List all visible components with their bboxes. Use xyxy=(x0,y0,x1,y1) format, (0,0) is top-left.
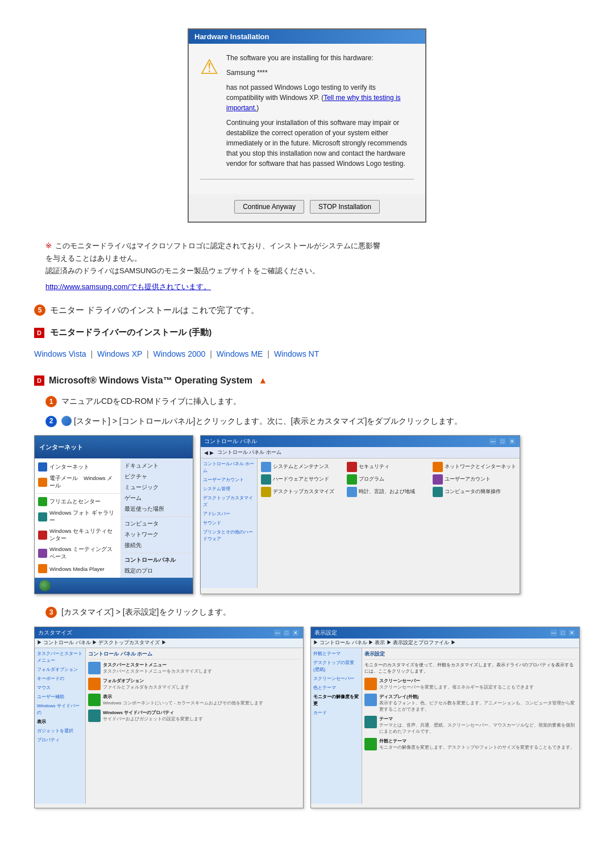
s3-left-titlebar: カスタマイズ — □ ✕ xyxy=(35,627,303,639)
sm-right-music: ミュージック xyxy=(122,482,192,493)
sm-right-divider1 xyxy=(122,516,192,517)
cp-system: システムとメンテナンス xyxy=(261,462,345,472)
s3-close[interactable]: ✕ xyxy=(292,629,300,637)
s3-sidebar-sidebar[interactable]: Windows サイドバーの xyxy=(37,703,83,716)
ctrlpanel-sidebar-addr[interactable]: アドレスバー xyxy=(203,511,255,518)
step3: 3 [カスタマイズ] > [表示設定]をクリックします。 xyxy=(45,606,580,618)
maximize-button[interactable]: □ xyxy=(499,437,507,445)
dialog-warning3: Continuing your installation of this sof… xyxy=(226,118,414,169)
controlpanel-screenshot: コントロール パネル — □ ✕ ◀ ▶ コントロール パネル ホーム コントロ… xyxy=(200,435,520,594)
s3-item-folder: フォルダオプション ファイルとフォルダをカスタマイズします xyxy=(88,678,301,690)
sm-right-games: ゲーム xyxy=(122,493,192,504)
nav-2000[interactable]: Windows 2000 xyxy=(154,349,206,358)
nav-nt[interactable]: Windows NT xyxy=(274,349,319,358)
s3-sidebar-keyboard[interactable]: キーボードの xyxy=(37,675,83,682)
sm-right-control[interactable]: コントロールパネル xyxy=(122,555,192,566)
s3r-sidebar-resolution[interactable]: モニターの解像度を変更 xyxy=(313,694,359,707)
sm-item-security: Windows セキュリティセンター xyxy=(36,526,119,544)
notice-section: ※このモニタードライバはマイクロソフトロゴに認定されており、インストールがシステ… xyxy=(34,240,580,293)
ctrlpanel-sidebar-desktop[interactable]: デスクトップカスタマイズ xyxy=(203,495,255,508)
cp-icon-access xyxy=(433,487,443,497)
s3-right-sidebar: 外観とテーマ デスクトップの背景 (壁紙) スクリーンセーバー 色とテーマ モニ… xyxy=(311,648,362,804)
s3r-sidebar-color[interactable]: 色とテーマ xyxy=(313,685,359,691)
warning-icon: ⚠ xyxy=(200,55,218,173)
step2-screenshots: インターネット インターネット 電子メール Windows メール フリエムとセ… xyxy=(34,435,580,594)
s3r-icon-desksettings xyxy=(364,694,377,706)
continue-anyway-button[interactable]: Continue Anyway xyxy=(234,200,304,214)
samsung-link[interactable]: http://www.samsung.com/でも提供されています。 xyxy=(45,281,580,293)
s3-left-titlebar-buttons: — □ ✕ xyxy=(273,629,300,637)
s3r-item-screensaver: スクリーンセーバー スクリーンセーバーを変更します。省エネルギーを設定することも… xyxy=(364,678,577,690)
windows-orb-icon xyxy=(61,416,72,426)
s3-maximize[interactable]: □ xyxy=(283,629,291,637)
sm-right-computer: コンピュータ xyxy=(122,519,192,529)
cp-icon-programs xyxy=(347,474,357,485)
s3-sidebar-properties[interactable]: プロパティ xyxy=(37,737,83,744)
s3-left-toolbar: ▶ コントロール パネル ▶ デスクトップカスタマイズ ▶ xyxy=(35,639,303,648)
sep1: | xyxy=(90,349,95,358)
stop-installation-button[interactable]: STOP Installation xyxy=(310,200,380,214)
sm-item-spaces: Windows ミーティングスペース xyxy=(36,544,119,562)
ctrlpanel-sidebar-user[interactable]: ユーザーアカウント xyxy=(203,477,255,483)
sm-item-photo: Windows フォト ギャラリー xyxy=(36,508,119,526)
s3-right-titlebar: 表示設定 — □ ✕ xyxy=(311,627,579,639)
ctrlpanel-sidebar-admin[interactable]: システム管理 xyxy=(203,486,255,493)
section-title: Microsoft® Windows Vista™ Operating Syst… xyxy=(49,375,267,386)
step2: 2 [スタート] > [コントロールパネル]とクリックします。次に、[表示とカス… xyxy=(45,415,580,427)
section-icon: D xyxy=(34,375,44,386)
sm-item-meeting: フリエムとセンター xyxy=(36,495,119,508)
sm-icon-email xyxy=(38,478,47,487)
close-button[interactable]: ✕ xyxy=(508,437,516,445)
s3-sidebar-folder[interactable]: フォルダオプション xyxy=(37,666,83,673)
ctrlpanel-sidebar-printer[interactable]: プリンタとその他のハードウェア xyxy=(203,529,255,542)
step5-text: モニター ドライバのインストールは これで完了です。 xyxy=(50,305,259,316)
s3-sidebar-mouse[interactable]: マウス xyxy=(37,685,83,691)
step1: 1 マニュアルCDをCD-ROMドライブに挿入します。 xyxy=(45,395,580,407)
cp-icon-hardware xyxy=(261,474,271,485)
sm-icon-meeting xyxy=(38,497,47,506)
step3-num: 3 xyxy=(45,607,57,618)
s3r-sidebar-card[interactable]: カード xyxy=(313,710,359,716)
s3r-sidebar-wallpaper[interactable]: デスクトップの背景 (壁紙) xyxy=(313,660,359,673)
sm-divider1 xyxy=(36,493,119,494)
s3r-minimize[interactable]: — xyxy=(550,629,558,637)
s3r-item-desksettings: ディスプレイ(外観) 表示するフォント、色、ピクセル数を変更します。アニメーショ… xyxy=(364,694,577,712)
s3-sidebar-accessibility[interactable]: ユーザー補助 xyxy=(37,694,83,700)
nav-links: Windows Vista | Windows XP | Windows 200… xyxy=(34,349,580,358)
startmenu-screenshot: インターネット インターネット 電子メール Windows メール フリエムとセ… xyxy=(34,435,193,594)
sm-icon-security xyxy=(38,531,47,540)
minimize-button[interactable]: — xyxy=(489,437,497,445)
ctrlpanel-sidebar: コントロールパネル ホーム ユーザーアカウント システム管理 デスクトップカスタ… xyxy=(201,458,258,588)
s3r-item-monitor: 外観とテーマ モニターの解像度を変更します。デスクトップやフォントのサイズを変更… xyxy=(364,738,577,750)
s3-sidebar-gadget[interactable]: ガジェットを選択 xyxy=(37,728,83,735)
start-orb[interactable] xyxy=(39,580,51,591)
sm-icon-spaces xyxy=(38,549,47,558)
s3-sidebar-taskbar[interactable]: タスクバーとスタートメニュー xyxy=(37,650,83,664)
s3-icon-taskbar xyxy=(88,662,101,674)
s3r-sidebar-screensaver[interactable]: スクリーンセーバー xyxy=(313,675,359,682)
dialog-buttons: Continue Anyway STOP Installation xyxy=(189,194,425,222)
notice-line1: ※このモニタードライバはマイクロソフトロゴに認定されており、インストールがシステ… xyxy=(45,240,580,252)
step3-text: [カスタマイズ] > [表示設定]をクリックします。 xyxy=(61,606,231,618)
sm-item-internet: インターネット xyxy=(36,461,119,473)
ctrlpanel-sidebar-home[interactable]: コントロールパネル ホーム xyxy=(203,461,255,474)
nav-xp[interactable]: Windows XP xyxy=(97,349,142,358)
cross-mark: ※ xyxy=(45,241,52,250)
s3-sidebar-display[interactable]: 表示 xyxy=(37,719,83,725)
startmenu-taskbar xyxy=(35,578,193,594)
dialog-content: The software you are installing for this… xyxy=(226,53,414,173)
nav-vista[interactable]: Windows Vista xyxy=(34,349,86,358)
nav-me[interactable]: Windows ME xyxy=(217,349,263,358)
s3-icon-display xyxy=(88,694,101,706)
s3r-close[interactable]: ✕ xyxy=(568,629,576,637)
s3r-maximize[interactable]: □ xyxy=(559,629,567,637)
cp-hardware: ハードウェアとサウンド xyxy=(261,474,345,485)
s3r-item-calibrate: テーマ テーマとは、音声、共通、壁紙、スクリーンセーバー、マウスカーソルなど、視… xyxy=(364,716,577,735)
cp-users: ユーザーアカウント xyxy=(433,474,516,485)
s3-minimize[interactable]: — xyxy=(273,629,281,637)
s3-right-titlebar-buttons: — □ ✕ xyxy=(550,629,576,637)
sm-right-connect: 接続先 xyxy=(122,540,192,551)
ctrlpanel-titlebar: コントロール パネル — □ ✕ xyxy=(201,436,520,447)
s3r-sidebar-appearance[interactable]: 外観とテーマ xyxy=(313,650,359,657)
ctrlpanel-sidebar-sound[interactable]: サウンド xyxy=(203,520,255,527)
